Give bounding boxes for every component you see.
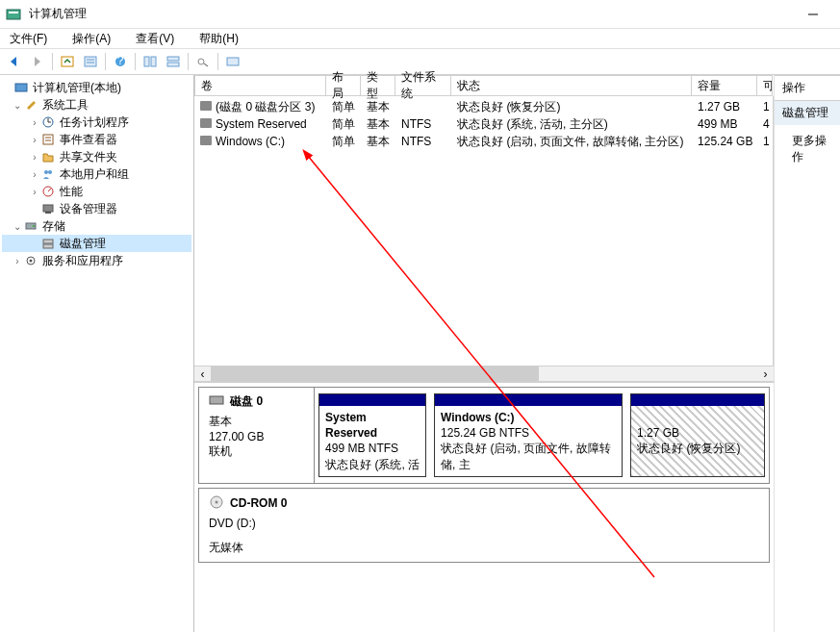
- disk-status: 联机: [209, 443, 304, 460]
- expander-icon[interactable]: ⌄: [12, 221, 23, 232]
- tree-device-manager[interactable]: 设备管理器: [2, 200, 191, 217]
- svg-point-24: [48, 170, 52, 174]
- partition-recovery[interactable]: 1.27 GB 状态良好 (恢复分区): [630, 393, 765, 477]
- diskmgmt-icon: [40, 236, 56, 251]
- expander-icon[interactable]: ›: [29, 152, 40, 163]
- help-button[interactable]: ?: [110, 51, 131, 72]
- tool-settings-button[interactable]: [192, 51, 214, 72]
- computer-icon: [13, 80, 29, 95]
- vol-name: System Reserved: [216, 117, 307, 131]
- scroll-left-icon[interactable]: ‹: [194, 367, 211, 381]
- col-volume[interactable]: 卷: [194, 75, 326, 96]
- vol-cap: 125.24 GB: [692, 134, 757, 149]
- tool-list-button[interactable]: [222, 51, 243, 72]
- properties-button[interactable]: [80, 51, 101, 72]
- actions-panel: 操作 磁盘管理 更多操作: [775, 75, 840, 632]
- part-status: 状态良好 (系统, 活: [325, 457, 420, 472]
- disk-row-disk0[interactable]: 磁盘 0 基本 127.00 GB 联机 System Reserved 499…: [198, 387, 770, 484]
- disk-map: 磁盘 0 基本 127.00 GB 联机 System Reserved 499…: [194, 382, 774, 632]
- col-type[interactable]: 类型: [361, 75, 395, 96]
- tree-label: 系统工具: [42, 97, 89, 114]
- navigation-tree[interactable]: 计算机管理(本地) ⌄ 系统工具 › 任务计划程序 › 事件查看器 › 共享文件…: [0, 75, 194, 632]
- scroll-track[interactable]: [211, 367, 757, 381]
- tree-event-viewer[interactable]: › 事件查看器: [2, 131, 191, 148]
- volume-table: 卷 布局 类型 文件系统 状态 容量 可 (磁盘 0 磁盘分区 3) 简单 基本…: [194, 75, 774, 382]
- disk-partitions: System Reserved 499 MB NTFS 状态良好 (系统, 活 …: [315, 388, 769, 483]
- tree-label: 计算机管理(本地): [33, 80, 121, 96]
- horizontal-scrollbar[interactable]: ‹ ›: [194, 366, 774, 382]
- expander-icon[interactable]: ›: [12, 256, 23, 266]
- vol-cap: 499 MB: [692, 116, 757, 132]
- tree-performance[interactable]: › 性能: [2, 183, 191, 200]
- svg-rect-10: [151, 57, 156, 66]
- svg-rect-3: [62, 57, 73, 66]
- forward-button[interactable]: [27, 51, 48, 72]
- volume-icon: [200, 118, 212, 128]
- disk-label: 磁盘 0 基本 127.00 GB 联机: [199, 388, 315, 483]
- expander-icon[interactable]: ›: [29, 169, 40, 180]
- expander-icon[interactable]: ›: [29, 117, 40, 128]
- tree-services[interactable]: › 服务和应用程序: [2, 252, 191, 269]
- table-row[interactable]: Windows (C:) 简单 基本 NTFS 状态良好 (启动, 页面文件, …: [194, 133, 773, 150]
- svg-rect-11: [167, 57, 179, 61]
- svg-point-34: [30, 260, 33, 263]
- vol-layout: 简单: [326, 133, 361, 151]
- col-capacity[interactable]: 容量: [692, 75, 757, 96]
- tree-local-users[interactable]: › 本地用户和组: [2, 165, 191, 183]
- menu-view[interactable]: 查看(V): [130, 29, 180, 49]
- menu-help[interactable]: 帮助(H): [193, 29, 244, 49]
- view2-button[interactable]: [163, 51, 184, 72]
- tree-root[interactable]: 计算机管理(本地): [2, 79, 191, 96]
- vol-cap: 1.27 GB: [692, 99, 757, 114]
- expander-icon[interactable]: ⌄: [12, 100, 23, 111]
- col-status[interactable]: 状态: [451, 75, 692, 96]
- table-row[interactable]: (磁盘 0 磁盘分区 3) 简单 基本 状态良好 (恢复分区) 1.27 GB …: [194, 98, 773, 115]
- vol-status: 状态良好 (启动, 页面文件, 故障转储, 主分区): [451, 133, 692, 151]
- tree-label: 任务计划程序: [60, 114, 129, 131]
- tree-label: 性能: [60, 184, 83, 200]
- svg-point-30: [33, 225, 35, 227]
- up-button[interactable]: [57, 51, 78, 72]
- minimize-button[interactable]: [791, 0, 834, 29]
- svg-rect-20: [43, 135, 53, 144]
- col-layout[interactable]: 布局: [326, 75, 361, 96]
- vol-layout: 简单: [326, 115, 361, 134]
- back-button[interactable]: [4, 51, 25, 72]
- vol-free: 1: [757, 99, 773, 114]
- disk-type: 基本: [209, 414, 304, 430]
- partition-system-reserved[interactable]: System Reserved 499 MB NTFS 状态良好 (系统, 活: [318, 393, 426, 477]
- expander-icon[interactable]: ›: [29, 187, 40, 197]
- partition-windows-c[interactable]: Windows (C:) 125.24 GB NTFS 状态良好 (启动, 页面…: [434, 393, 623, 477]
- tree-shared-folders[interactable]: › 共享文件夹: [2, 148, 191, 165]
- main-area: 计算机管理(本地) ⌄ 系统工具 › 任务计划程序 › 事件查看器 › 共享文件…: [0, 75, 840, 632]
- tree-disk-management[interactable]: 磁盘管理: [2, 235, 191, 252]
- col-filesystem[interactable]: 文件系统: [395, 75, 451, 96]
- actions-more[interactable]: 更多操作: [775, 125, 840, 173]
- view1-button[interactable]: [140, 51, 161, 72]
- svg-point-23: [44, 170, 48, 174]
- menu-file[interactable]: 文件(F): [4, 29, 53, 49]
- tree-label: 共享文件夹: [60, 149, 117, 165]
- tree-task-scheduler[interactable]: › 任务计划程序: [2, 114, 191, 131]
- storage-icon: [23, 218, 38, 234]
- col-free[interactable]: 可: [757, 75, 773, 96]
- vol-type: 基本: [361, 133, 395, 151]
- menu-action[interactable]: 操作(A): [66, 29, 116, 49]
- scroll-right-icon[interactable]: ›: [757, 367, 774, 381]
- devmgr-icon: [40, 201, 56, 216]
- tree-storage[interactable]: ⌄ 存储: [2, 217, 191, 235]
- scroll-thumb[interactable]: [211, 367, 539, 381]
- svg-rect-15: [227, 58, 239, 65]
- vol-name: (磁盘 0 磁盘分区 3): [216, 100, 315, 114]
- sharedfolder-icon: [40, 149, 56, 164]
- tree-system-tools[interactable]: ⌄ 系统工具: [2, 96, 191, 114]
- tree-label: 设备管理器: [60, 201, 117, 217]
- actions-header: 操作: [775, 75, 840, 101]
- volume-table-body[interactable]: (磁盘 0 磁盘分区 3) 简单 基本 状态良好 (恢复分区) 1.27 GB …: [194, 96, 774, 366]
- tools-icon: [23, 97, 38, 113]
- svg-point-37: [216, 500, 218, 503]
- expander-icon[interactable]: ›: [29, 135, 40, 145]
- table-row[interactable]: System Reserved 简单 基本 NTFS 状态良好 (系统, 活动,…: [194, 115, 773, 133]
- svg-rect-35: [210, 396, 223, 404]
- disk-row-cdrom[interactable]: CD-ROM 0 DVD (D:) 无媒体: [198, 488, 770, 563]
